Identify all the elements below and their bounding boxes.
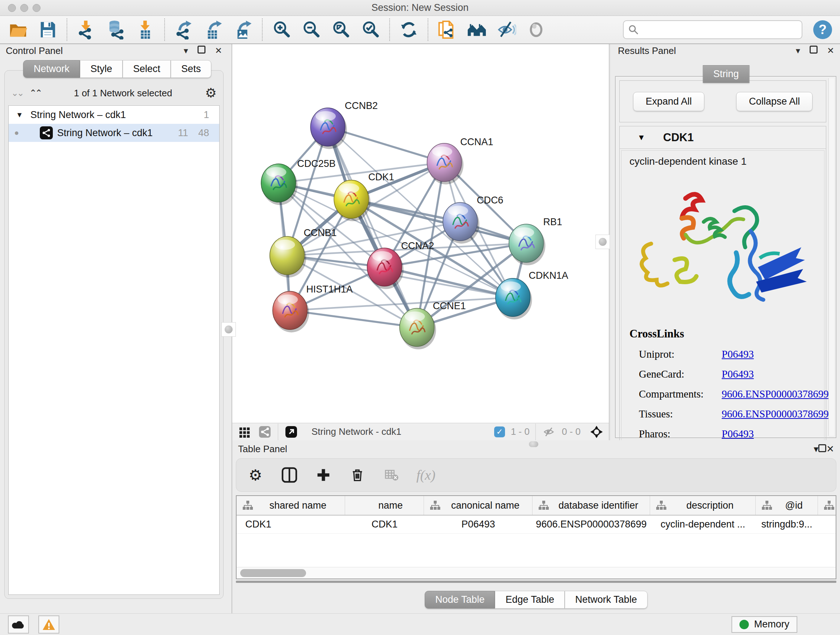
table-cell[interactable]: stringdb:9...: [756, 516, 818, 533]
crosslink-link[interactable]: P06493: [722, 428, 754, 440]
node-CCNA2[interactable]: [367, 248, 404, 289]
expand-all-button[interactable]: Expand All: [633, 92, 705, 111]
network-collection-row[interactable]: ▼ String Network – cdk1 1: [9, 106, 219, 124]
table-hscrollbar-thumb[interactable]: [240, 569, 306, 577]
results-scrollbar[interactable]: [829, 78, 834, 436]
collection-expand-icon[interactable]: ▼: [9, 111, 30, 119]
table-cell[interactable]: CDK1: [345, 516, 424, 533]
control-panel-close-icon[interactable]: ✕: [215, 46, 222, 56]
results-panel-menu-icon[interactable]: ▾: [796, 46, 800, 56]
tab-sets[interactable]: Sets: [171, 60, 211, 78]
network-view-mode-icon[interactable]: [257, 424, 272, 439]
table-options-gear-icon[interactable]: ⚙: [246, 466, 264, 484]
node-HIST1H1A[interactable]: [273, 291, 309, 333]
search-input[interactable]: [642, 24, 797, 35]
edge-CCNA2-CDKN1A[interactable]: [385, 267, 513, 298]
tab-select[interactable]: Select: [123, 60, 171, 78]
network-canvas[interactable]: CCNB2CCNA1CDC25BCDK1CDC6RB1CCNB1CCNA2CDK…: [232, 44, 609, 423]
crosslink-link[interactable]: P06493: [722, 368, 754, 380]
collapse-all-networks-icon[interactable]: ⌄⌄: [11, 89, 23, 97]
node-CDKN1A[interactable]: [496, 279, 532, 320]
import-network-file-icon[interactable]: [76, 19, 96, 40]
zoom-fit-icon[interactable]: [331, 19, 351, 40]
edge-CCNB2-CCNE1[interactable]: [328, 127, 417, 327]
horizontal-splitter-handle[interactable]: [529, 441, 538, 447]
tab-edge-table[interactable]: Edge Table: [495, 591, 565, 608]
column-header-namespace[interactable]: namespace: [818, 496, 836, 515]
show-all-icon[interactable]: [526, 19, 546, 40]
search-field[interactable]: [623, 20, 802, 39]
right-splitter-handle[interactable]: [595, 234, 610, 249]
node-CCNE1[interactable]: [400, 308, 436, 349]
tab-network[interactable]: Network: [23, 60, 80, 78]
node-CDC25B[interactable]: [261, 164, 298, 205]
minimize-window-button[interactable]: [20, 4, 28, 12]
close-window-button[interactable]: [8, 4, 16, 12]
table-hscrollbar[interactable]: [237, 567, 836, 578]
show-columns-icon[interactable]: [280, 466, 298, 484]
fit-selected-crosshair-icon[interactable]: [589, 424, 604, 439]
tab-style[interactable]: Style: [80, 60, 123, 78]
table-panel-menu-icon[interactable]: ▾: [813, 443, 818, 455]
warning-status-button[interactable]: [38, 616, 59, 633]
column-header-database-identifier[interactable]: database identifier: [532, 496, 650, 515]
grid-view-icon[interactable]: [237, 424, 252, 439]
zoom-out-icon[interactable]: [301, 19, 321, 40]
export-network-icon[interactable]: [174, 19, 194, 40]
cloud-status-button[interactable]: [8, 616, 29, 633]
table-row[interactable]: CDK1CDK1P064939606.ENSP00000378699cyclin…: [237, 516, 836, 534]
import-table-icon[interactable]: [135, 19, 156, 40]
node-CDK1[interactable]: [334, 180, 370, 221]
results-panel-float-icon[interactable]: [810, 46, 818, 56]
column-header--id[interactable]: @id: [756, 496, 818, 515]
table-panel-close-icon[interactable]: ✕: [826, 443, 834, 455]
table-cell[interactable]: CDK1: [237, 516, 345, 533]
gene-collapse-icon[interactable]: ▼: [620, 133, 663, 142]
open-session-icon[interactable]: [8, 19, 28, 40]
memory-button[interactable]: Memory: [731, 616, 797, 633]
crosslink-link[interactable]: 9606.ENSP00000378699: [722, 408, 829, 420]
left-splitter-handle[interactable]: [221, 322, 236, 337]
table-cell[interactable]: 9606.ENSP00000378699: [532, 516, 650, 533]
home-networks-icon[interactable]: [467, 19, 487, 40]
column-header-canonical-name[interactable]: canonical name: [424, 496, 532, 515]
help-icon[interactable]: ?: [813, 20, 832, 39]
network-row[interactable]: ● String Network – cdk1 11 48: [9, 124, 219, 142]
network-options-gear-icon[interactable]: ⚙: [205, 86, 217, 101]
tab-node-table[interactable]: Node Table: [425, 591, 495, 608]
gene-entry-header[interactable]: ▼ CDK1: [620, 126, 826, 149]
collapse-all-button[interactable]: Collapse All: [736, 92, 813, 111]
table-cell[interactable]: stringdb: [818, 516, 836, 533]
birds-eye-view-icon[interactable]: [284, 424, 298, 439]
node-RB1[interactable]: [509, 224, 546, 265]
save-session-icon[interactable]: [38, 19, 58, 40]
hide-show-icon[interactable]: [496, 19, 516, 40]
column-header-description[interactable]: description: [650, 496, 756, 515]
first-neighbors-icon[interactable]: [437, 19, 457, 40]
export-image-icon[interactable]: [233, 19, 253, 40]
crosslink-link[interactable]: P06493: [722, 348, 754, 360]
edge-CDK1-RB1[interactable]: [351, 199, 526, 243]
node-CCNA1[interactable]: [427, 143, 463, 185]
node-CCNB2[interactable]: [310, 108, 347, 149]
tab-network-table[interactable]: Network Table: [565, 591, 647, 608]
column-header-shared-name[interactable]: shared name: [237, 496, 345, 515]
refresh-icon[interactable]: [399, 19, 419, 40]
selected-nodes-checkbox[interactable]: ✓: [494, 426, 505, 437]
delete-column-icon[interactable]: [348, 466, 366, 484]
zoom-window-button[interactable]: [33, 4, 41, 12]
tab-string[interactable]: String: [703, 65, 750, 83]
crosslink-link[interactable]: 9606.ENSP00000378699: [722, 388, 829, 400]
control-panel-menu-icon[interactable]: ▾: [184, 46, 188, 56]
zoom-selected-icon[interactable]: [360, 19, 381, 40]
table-cell[interactable]: cyclin-dependent ...: [650, 516, 756, 533]
create-column-icon[interactable]: [314, 466, 332, 484]
export-table-icon[interactable]: [203, 19, 224, 40]
table-cell[interactable]: P06493: [424, 516, 532, 533]
import-network-database-icon[interactable]: [106, 19, 126, 40]
control-panel-float-icon[interactable]: [197, 46, 205, 56]
table-panel-float-icon[interactable]: [818, 443, 826, 455]
zoom-in-icon[interactable]: [271, 19, 292, 40]
expand-all-networks-icon[interactable]: ⌃⌃: [29, 89, 41, 97]
results-panel-close-icon[interactable]: ✕: [827, 46, 834, 56]
